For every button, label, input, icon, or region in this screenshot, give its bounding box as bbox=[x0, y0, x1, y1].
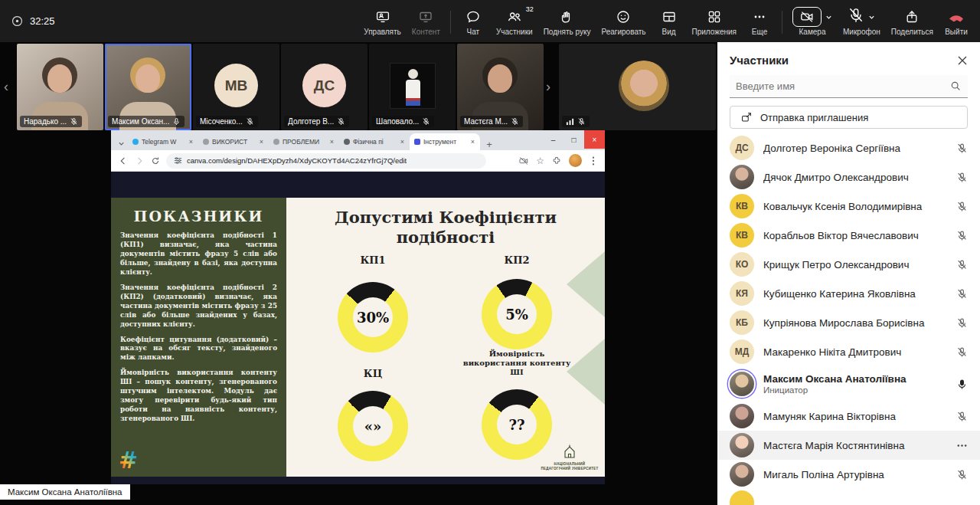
content-button[interactable]: Контент bbox=[407, 3, 446, 39]
video-tile-active-speaker[interactable]: Максим Оксан... bbox=[105, 44, 191, 130]
apps-label: Приложения bbox=[692, 28, 737, 36]
browser-tab-1[interactable]: ВИКОРИСТ× bbox=[198, 133, 269, 150]
camera-blocked-icon[interactable] bbox=[518, 156, 529, 166]
participant-row[interactable]: КО Крищук Петро Олександрович bbox=[717, 250, 980, 279]
more-options-icon[interactable] bbox=[956, 440, 968, 451]
participant-name: Купріянова Мирослава Борисівна bbox=[763, 317, 947, 329]
tab-close-icon[interactable]: × bbox=[188, 138, 194, 146]
participant-row[interactable]: Мигаль Поліна Артурівна bbox=[717, 460, 980, 489]
video-tile[interactable]: Мастєга М... bbox=[457, 44, 544, 130]
refresh-icon[interactable] bbox=[150, 156, 161, 166]
participants-button[interactable]: 32 Участники bbox=[491, 3, 538, 39]
back-icon[interactable] bbox=[118, 156, 129, 166]
search-input[interactable] bbox=[736, 80, 950, 92]
more-label: Еще bbox=[752, 28, 767, 36]
video-tile-partial[interactable] bbox=[559, 44, 716, 130]
participant-name: Ковальчук Ксенія Володимирівна bbox=[763, 201, 947, 212]
tile-name-pill: Шаповало... bbox=[372, 116, 434, 127]
mic-off-icon[interactable] bbox=[956, 288, 968, 300]
mic-off-icon[interactable] bbox=[956, 201, 968, 212]
raise-hand-button[interactable]: Поднять руку bbox=[538, 3, 596, 39]
participant-row[interactable]: КЯ Кубищенко Катерина Яковлівна bbox=[717, 279, 980, 308]
tab-close-icon[interactable]: × bbox=[470, 138, 475, 146]
mic-off-icon[interactable] bbox=[956, 172, 968, 183]
slide-title: Допустимі Коефіцієнти подібності bbox=[319, 208, 572, 248]
close-icon[interactable] bbox=[957, 55, 968, 66]
video-tile[interactable]: Нарадько ... bbox=[17, 44, 103, 130]
tile-name: Місоченко... bbox=[200, 117, 243, 126]
more-button[interactable]: Еще bbox=[742, 3, 777, 39]
mic-off-icon[interactable] bbox=[956, 317, 968, 329]
tab-title: Telegram W bbox=[142, 138, 185, 146]
tab-close-icon[interactable]: × bbox=[400, 138, 405, 146]
leave-call-icon bbox=[946, 8, 966, 25]
window-close-button[interactable]: × bbox=[584, 130, 605, 149]
invite-label: Отправка приглашения bbox=[760, 112, 868, 123]
participant-row[interactable]: КВ Ковальчук Ксенія Володимирівна bbox=[717, 192, 980, 221]
extensions-icon[interactable] bbox=[551, 156, 562, 166]
forward-icon[interactable] bbox=[134, 156, 145, 166]
invite-button[interactable]: Отправка приглашения bbox=[730, 106, 968, 129]
participant-role: Инициатор bbox=[763, 385, 947, 395]
mic-off-icon[interactable] bbox=[956, 469, 968, 480]
filmstrip-next-button[interactable]: › bbox=[546, 79, 550, 95]
camera-button[interactable]: Камера bbox=[787, 3, 838, 39]
apps-button[interactable]: Приложения bbox=[687, 3, 743, 39]
mic-off-icon[interactable] bbox=[956, 346, 968, 358]
participant-row[interactable]: КВ Корабльов Віктор Вячеславович bbox=[717, 221, 980, 250]
window-minimize-button[interactable]: – bbox=[543, 130, 564, 149]
mic-off-icon[interactable] bbox=[956, 411, 968, 422]
browser-menu-icon[interactable] bbox=[589, 156, 598, 166]
filmstrip-prev-button[interactable]: ‹ bbox=[4, 79, 8, 95]
participant-row[interactable]: ДС Долготер Вероніка Сергіївна bbox=[717, 133, 980, 162]
url-bar[interactable]: canva.com/design/DAHEXpDyzh4/XdyCKOYTd4A… bbox=[166, 153, 486, 169]
participant-row-organizer[interactable]: Максим Оксана Анатоліївна Инициатор bbox=[717, 366, 980, 402]
share-icon bbox=[904, 8, 920, 25]
video-tile[interactable]: МВ Місоченко... bbox=[193, 44, 279, 130]
avatar-initials: КБ bbox=[736, 317, 748, 328]
mic-on-icon[interactable] bbox=[956, 379, 968, 390]
chart-label-kp2: КП2 bbox=[504, 254, 529, 266]
tab-title: ПРОБЛЕМИ bbox=[283, 138, 326, 146]
browser-tabstrip: Telegram W× ВИКОРИСТ× ПРОБЛЕМИ× Фізична … bbox=[111, 130, 605, 150]
tab-close-icon[interactable]: × bbox=[259, 138, 264, 146]
chat-button[interactable]: Чат bbox=[456, 3, 491, 39]
mic-chevron-icon[interactable] bbox=[868, 14, 875, 21]
browser-tab-active[interactable]: Інструмент× bbox=[410, 133, 480, 150]
partial-avatar bbox=[730, 490, 754, 505]
share-button[interactable]: Поделиться bbox=[886, 3, 939, 39]
participant-row[interactable]: КБ Купріянова Мирослава Борисівна bbox=[717, 308, 980, 337]
browser-tab-2[interactable]: ПРОБЛЕМИ× bbox=[269, 133, 339, 150]
tile-name: Долготер В... bbox=[288, 117, 334, 126]
mic-button[interactable]: Микрофон bbox=[838, 3, 886, 39]
tab-favicon bbox=[414, 139, 420, 145]
bookmark-star-icon[interactable]: ☆ bbox=[536, 156, 544, 166]
chat-icon bbox=[466, 8, 481, 25]
participant-row[interactable]: Мамуняк Карина Вікторівна bbox=[717, 402, 980, 431]
timer-text: 32:25 bbox=[30, 15, 55, 27]
manage-button[interactable]: Управлять bbox=[358, 3, 407, 39]
avatar-initials: МД bbox=[735, 346, 750, 357]
tab-search-button[interactable] bbox=[114, 136, 128, 150]
tile-name-pill: Мастєга М... bbox=[460, 116, 523, 127]
browser-tab-telegram[interactable]: Telegram W× bbox=[128, 133, 198, 150]
participant-row[interactable]: Дячок Дмитро Олександрович bbox=[717, 162, 980, 192]
mic-off-icon[interactable] bbox=[956, 230, 968, 241]
participant-row[interactable]: МД Макаренко Нікіта Дмитрович bbox=[717, 337, 980, 366]
mic-off-icon[interactable] bbox=[956, 143, 968, 154]
window-maximize-button[interactable]: □ bbox=[564, 130, 584, 149]
view-button[interactable]: Вид bbox=[652, 3, 687, 39]
browser-tab-3[interactable]: Фізична пі× bbox=[339, 133, 410, 150]
browser-profile-avatar[interactable] bbox=[569, 154, 582, 167]
camera-chevron-icon[interactable] bbox=[825, 14, 832, 21]
new-tab-button[interactable]: + bbox=[482, 139, 497, 150]
video-tile[interactable]: Шаповало... bbox=[369, 44, 456, 130]
react-button[interactable]: Реагировать bbox=[596, 3, 651, 39]
tab-close-icon[interactable]: × bbox=[329, 138, 335, 146]
participant-search[interactable] bbox=[730, 75, 968, 98]
video-tile[interactable]: ДС Долготер В... bbox=[281, 44, 368, 130]
mic-off-icon[interactable] bbox=[956, 259, 968, 271]
site-settings-icon[interactable] bbox=[174, 156, 182, 165]
participant-row-hover[interactable]: Мастєга Марія Костянтинівна bbox=[717, 431, 980, 460]
leave-button[interactable]: Выйти bbox=[939, 3, 974, 39]
